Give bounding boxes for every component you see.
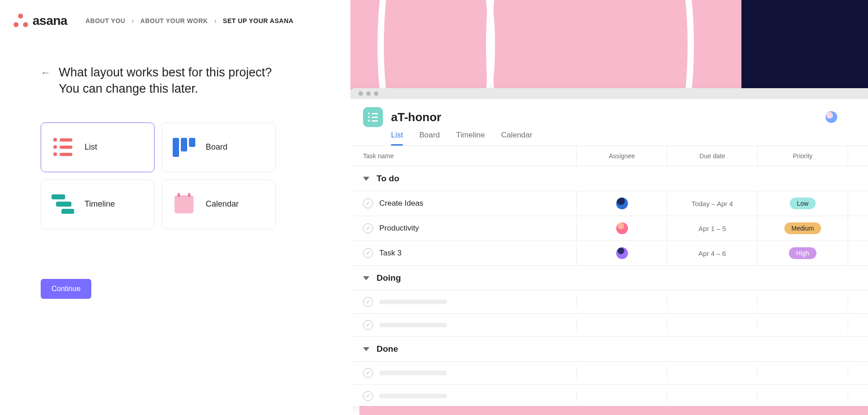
tab-board[interactable]: Board — [419, 131, 439, 146]
breadcrumb-step-about-work[interactable]: ABOUT YOUR WORK — [140, 17, 208, 24]
avatar[interactable] — [826, 111, 837, 123]
project-title: aT-honor — [391, 110, 441, 124]
due-date: Today – Apr 4 — [667, 193, 757, 214]
page-title: What layout works best for this project?… — [59, 64, 276, 97]
section-name: Done — [377, 344, 398, 354]
column-headers: Task name Assignee Due date Priority Sta… — [350, 146, 868, 166]
project-icon — [363, 107, 383, 127]
table-row[interactable]: Create Ideas Today – Apr 4 Low On track — [350, 191, 868, 216]
skeleton — [379, 323, 447, 327]
assignee-avatar[interactable] — [616, 222, 628, 234]
asana-logo: asana — [14, 14, 67, 28]
priority-badge: Low — [790, 198, 816, 209]
due-date: Apr 4 – 6 — [667, 243, 757, 264]
section-header[interactable]: To do — [350, 166, 868, 191]
breadcrumb-step-setup: SET UP YOUR ASANA — [223, 17, 293, 24]
list-icon — [52, 137, 74, 158]
chevron-right-icon: › — [214, 17, 217, 24]
decorative-bg-bottom — [359, 406, 868, 415]
table-row[interactable] — [350, 362, 868, 385]
timeline-icon — [52, 193, 74, 215]
check-icon[interactable] — [363, 391, 373, 401]
layout-option-label: Timeline — [85, 199, 115, 209]
table-row[interactable]: Task 3 Apr 4 – 6 High Off track — [350, 241, 868, 266]
tab-timeline[interactable]: Timeline — [456, 131, 485, 146]
task-name: Productivity — [379, 224, 419, 233]
window-controls — [350, 88, 868, 99]
table-row[interactable]: Productivity Apr 1 – 5 Medium At risk — [350, 216, 868, 241]
col-priority: Priority — [757, 146, 848, 166]
skeleton — [379, 300, 447, 304]
assignee-avatar[interactable] — [616, 247, 628, 259]
calendar-icon — [173, 193, 195, 215]
check-icon[interactable] — [363, 368, 373, 378]
chevron-down-icon — [363, 347, 369, 351]
decorative-bg-pink — [350, 0, 766, 90]
decorative-bg-navy — [741, 0, 868, 88]
col-taskname: Task name — [350, 146, 576, 166]
check-icon[interactable] — [363, 223, 373, 233]
due-date: Apr 1 – 5 — [667, 218, 757, 239]
chevron-down-icon — [363, 276, 369, 280]
priority-badge: High — [789, 247, 816, 259]
layout-option-label: Board — [206, 142, 227, 152]
check-icon[interactable] — [363, 198, 373, 208]
tab-list[interactable]: List — [391, 131, 403, 146]
board-icon — [173, 137, 195, 158]
chevron-right-icon: › — [132, 17, 134, 24]
layout-option-board[interactable]: Board — [162, 123, 276, 172]
col-duedate: Due date — [667, 146, 757, 166]
check-icon[interactable] — [363, 248, 373, 258]
priority-badge: Medium — [784, 222, 821, 234]
asana-dots-icon — [14, 14, 28, 28]
section-name: To do — [377, 174, 399, 184]
task-name: Task 3 — [379, 249, 401, 258]
table-row[interactable] — [350, 314, 868, 337]
table-row[interactable] — [350, 385, 868, 406]
breadcrumb-step-about-you[interactable]: ABOUT YOU — [85, 17, 125, 24]
skeleton — [379, 371, 447, 375]
section-header[interactable]: Done — [350, 337, 868, 362]
check-icon[interactable] — [363, 320, 373, 330]
skeleton — [379, 394, 447, 398]
table-row[interactable] — [350, 291, 868, 314]
preview-window: aT-honor List Board Timeline Calendar Ta… — [350, 88, 868, 406]
task-name: Create Ideas — [379, 199, 423, 208]
back-arrow-icon[interactable]: ← — [41, 67, 51, 79]
chevron-down-icon — [363, 177, 369, 181]
layout-option-list[interactable]: List — [41, 123, 155, 172]
layout-option-timeline[interactable]: Timeline — [41, 179, 155, 229]
section-name: Doing — [377, 273, 401, 283]
asana-wordmark: asana — [33, 14, 67, 28]
layout-option-label: List — [85, 142, 97, 152]
assignee-avatar[interactable] — [616, 198, 628, 209]
col-status: Status — [848, 146, 868, 166]
col-assignee: Assignee — [576, 146, 667, 166]
continue-button[interactable]: Continue — [41, 279, 91, 299]
check-icon[interactable] — [363, 297, 373, 307]
breadcrumb: ABOUT YOU › ABOUT YOUR WORK › SET UP YOU… — [85, 17, 293, 24]
section-header[interactable]: Doing — [350, 266, 868, 291]
layout-option-label: Calendar — [206, 199, 239, 209]
tab-calendar[interactable]: Calendar — [501, 131, 532, 146]
layout-option-calendar[interactable]: Calendar — [162, 179, 276, 229]
